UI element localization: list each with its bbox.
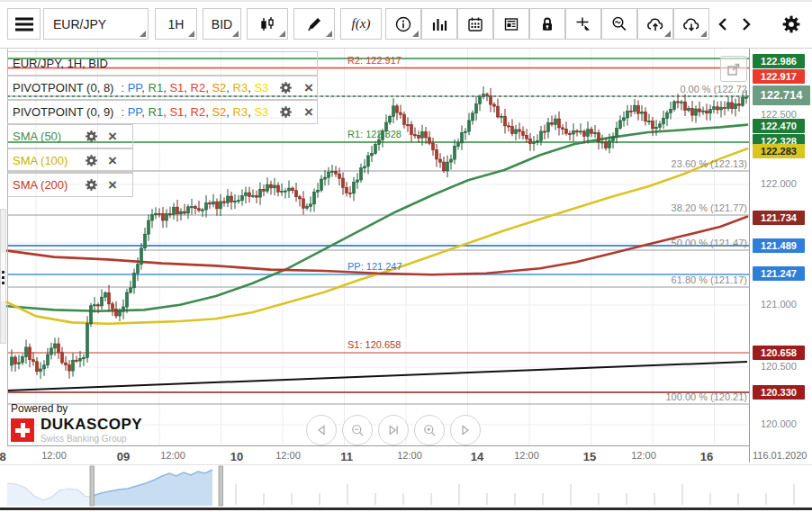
menu-button[interactable]: [7, 8, 41, 40]
period-select[interactable]: 1H: [155, 8, 197, 40]
candlestick-icon: [258, 15, 276, 33]
navigator-handle[interactable]: [90, 466, 95, 506]
gear-icon: [781, 14, 801, 34]
price-side-select[interactable]: BID: [203, 8, 241, 40]
scroll-right-button[interactable]: [736, 8, 756, 40]
news-button[interactable]: [493, 8, 529, 40]
indicator-row-pivot2: PIVOTPOINT (0, 9) : PP, R1, S1, R2, S2, …: [7, 100, 318, 124]
time-axis[interactable]: 812:000912:001012:001112:001412:001512:0…: [0, 446, 749, 464]
chart-title-row: EUR/JPY, 1H, BID: [7, 51, 318, 76]
triangle-right-icon: [457, 422, 474, 438]
bar-chart-icon: [430, 15, 448, 33]
time-tick: 11: [325, 450, 368, 463]
window-bottom-edge: [0, 508, 812, 510]
time-tick: 12:00: [266, 450, 310, 461]
calendar-icon: [466, 15, 484, 33]
step-back-button[interactable]: [306, 415, 337, 445]
pivot-series-item: S3: [254, 81, 268, 94]
indicator-close-icon[interactable]: ×: [108, 177, 117, 193]
magnifier-chart-icon: [610, 15, 628, 33]
indicators-button[interactable]: f(x): [340, 8, 382, 40]
volume-button[interactable]: [421, 8, 457, 40]
indicator-settings-icon[interactable]: [279, 81, 293, 94]
indicator-close-icon[interactable]: ×: [304, 80, 313, 95]
detach-chart-button[interactable]: [720, 56, 747, 82]
indicator-settings-icon[interactable]: [85, 154, 98, 167]
step-forward-button[interactable]: [450, 415, 481, 445]
pivot-series-item: R3: [233, 105, 248, 119]
brand-tagline: Swiss Banking Group: [41, 434, 142, 444]
price-tick: 120.500: [761, 361, 797, 372]
news-icon: [502, 15, 520, 33]
price-badge: 120.658: [753, 346, 805, 360]
indicator-close-icon[interactable]: ×: [108, 129, 117, 144]
pivot-series-values: : PP, R1, S1, R2, S2, R3, S3: [121, 105, 268, 119]
indicator-label: PIVOTPOINT (0, 9): [13, 105, 113, 119]
trading-platform-window: EUR/JPY 1H BID f(x): [0, 0, 812, 512]
time-tick: 09: [102, 450, 145, 463]
hamburger-icon: [14, 16, 34, 32]
indicator-row-sma50: SMA (50) ×: [7, 124, 133, 148]
time-tick: 12:00: [151, 450, 194, 461]
indicator-settings-icon[interactable]: [279, 105, 293, 119]
price-tick: 122.000: [761, 178, 797, 189]
zoom-tool-button[interactable]: [601, 8, 637, 40]
price-axis[interactable]: 122.500122.000121.000120.500120.000122.9…: [750, 49, 812, 445]
instrument-select[interactable]: EUR/JPY: [43, 8, 149, 40]
pivot-series-item: PP: [128, 81, 142, 94]
pivot-series-item: R1: [149, 105, 164, 119]
price-badge: 122.986: [753, 54, 805, 68]
indicator-label: SMA (50): [13, 130, 61, 143]
time-tick: 16: [685, 450, 728, 463]
indicator-label: SMA (200): [13, 178, 68, 192]
instrument-label: EUR/JPY: [53, 17, 106, 31]
time-tick: 12:00: [32, 450, 76, 461]
info-button[interactable]: [385, 8, 421, 40]
go-to-latest-button[interactable]: [378, 415, 409, 445]
time-tick: 10: [215, 450, 258, 463]
indicator-close-icon[interactable]: ×: [108, 153, 117, 168]
cloud-upload-icon: [645, 15, 665, 33]
open-in-new-window-icon: [726, 61, 742, 77]
chart-type-button[interactable]: [247, 8, 288, 40]
price-badge: 121.734: [753, 211, 805, 225]
navigator-handle[interactable]: [219, 466, 223, 506]
cloud-download-icon: [681, 15, 701, 33]
price-side-label: BID: [212, 17, 232, 31]
time-tick: 12:00: [622, 450, 665, 461]
left-scroll-strip[interactable]: [0, 209, 6, 344]
period-label: 1H: [168, 17, 185, 31]
lock-icon: [538, 15, 556, 33]
left-scroll-thumb[interactable]: [1, 253, 5, 301]
zoom-in-icon: [421, 422, 438, 438]
lock-button[interactable]: [529, 8, 565, 40]
indicator-settings-icon[interactable]: [85, 178, 98, 192]
triangle-left-icon: [313, 422, 329, 438]
zoom-out-button[interactable]: [342, 415, 373, 445]
crosshair-button[interactable]: [565, 8, 601, 40]
download-button[interactable]: [673, 8, 709, 40]
settings-button[interactable]: [776, 8, 807, 40]
price-badge: 122.917: [753, 69, 805, 84]
indicator-settings-icon[interactable]: [85, 130, 98, 143]
pivot-series-item: S2: [212, 105, 226, 119]
draw-tools-button[interactable]: [293, 8, 335, 40]
pivot-series-item: S3: [254, 105, 268, 119]
pencil-icon: [305, 15, 323, 33]
scroll-left-button[interactable]: [713, 8, 733, 40]
chevron-left-icon: [716, 15, 730, 33]
skip-to-end-icon: [385, 422, 401, 438]
date-label: 16.01.2020: [757, 450, 807, 461]
chevron-right-icon: [739, 15, 753, 33]
price-badge: 122.283: [753, 144, 805, 158]
crosshair-icon: [574, 15, 592, 33]
indicator-close-icon[interactable]: ×: [304, 104, 313, 120]
pivot-series-item: R2: [191, 81, 206, 94]
brand-footer: Powered by DUKASCOPY Swiss Banking Group: [11, 402, 142, 444]
pivot-series-values: : PP, R1, S1, R2, S2, R3, S3: [121, 81, 268, 94]
upload-button[interactable]: [637, 8, 673, 40]
navigator-canvas[interactable]: [0, 464, 812, 508]
calendar-button[interactable]: [457, 8, 493, 40]
zoom-in-button[interactable]: [414, 415, 445, 445]
pivot-series-item: S2: [212, 81, 226, 94]
